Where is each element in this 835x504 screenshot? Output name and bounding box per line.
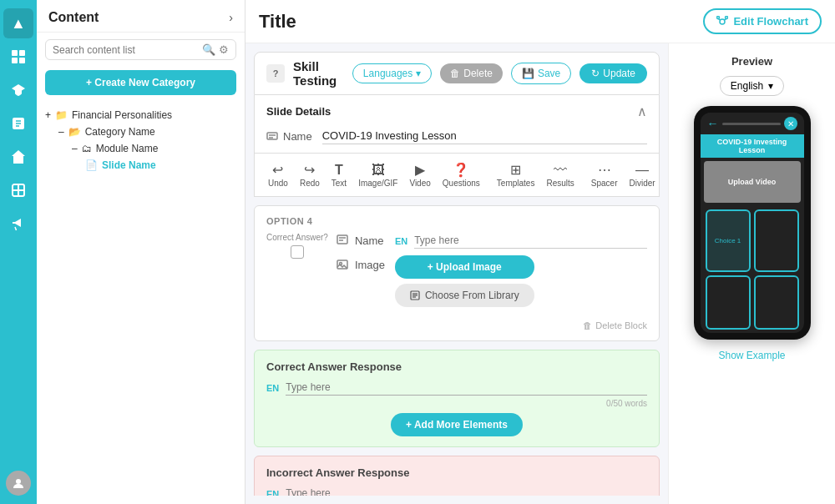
grid-icon[interactable] [3, 175, 33, 205]
language-label: English [731, 80, 763, 92]
edit-flowchart-button[interactable]: Edit Flowchart [703, 8, 822, 34]
save-button[interactable]: 💾 Save [511, 63, 571, 84]
chevron-down-icon: ▾ [768, 80, 773, 92]
choose-library-button[interactable]: Choose From Library [395, 284, 534, 307]
save-icon: 💾 [522, 68, 534, 79]
create-category-button[interactable]: + Create New Category [45, 70, 236, 95]
show-example-link[interactable]: Show Example [718, 350, 785, 361]
building-icon[interactable] [3, 142, 33, 172]
name-field-row: Name EN [337, 233, 647, 249]
text-button[interactable]: T Text [326, 159, 352, 191]
redo-button[interactable]: ↪ Redo [295, 159, 325, 191]
languages-button[interactable]: Languages ▾ [352, 63, 432, 83]
svg-rect-23 [337, 235, 347, 244]
image-field-label: Image [355, 259, 388, 271]
phone-topbar: ← ✕ [701, 113, 804, 134]
spacer-button[interactable]: ⋯ Spacer [586, 159, 623, 191]
module-icon: 🗂 [82, 143, 92, 154]
correct-response-block: Correct Answer Response EN 0/50 words + … [254, 350, 660, 447]
content-main: ? Skill Testing Languages ▾ 🗑 Delete 💾 S… [245, 43, 835, 504]
phone-choice-3 [706, 275, 751, 330]
language-selector[interactable]: English ▾ [720, 76, 784, 96]
dashboard-icon[interactable] [3, 42, 33, 72]
svg-rect-9 [13, 156, 23, 164]
slide-icon: 📄 [85, 159, 98, 171]
search-input[interactable] [53, 44, 199, 56]
tree-item-category[interactable]: – 📂 Category Name [45, 123, 236, 140]
content-tree: + 📁 Financial Personalities – 📂 Category… [37, 103, 245, 504]
delete-block[interactable]: 🗑 Delete Block [266, 320, 647, 330]
correct-answer-label: Correct Answer? [266, 233, 328, 242]
delete-button[interactable]: 🗑 Delete [440, 63, 503, 83]
svg-rect-0 [12, 50, 18, 56]
correct-response-title: Correct Answer Response [266, 360, 647, 373]
image-gif-button[interactable]: 🖼 Image/GIF [353, 159, 402, 191]
undo-button[interactable]: ↩ Undo [263, 159, 293, 191]
filter-icon[interactable]: ⚙ [219, 43, 229, 56]
divider-button[interactable]: — Divider [624, 159, 660, 191]
phone-choice-2 [754, 209, 799, 272]
svg-rect-3 [19, 58, 25, 63]
option-label: OPTION 4 [266, 216, 647, 226]
phone-dots [722, 123, 781, 125]
svg-line-19 [724, 18, 726, 20]
collapse-icon[interactable]: ∧ [637, 103, 647, 119]
preview-title: Preview [731, 55, 772, 68]
svg-rect-2 [12, 58, 18, 63]
graduation-icon[interactable] [3, 75, 33, 105]
svg-point-14 [16, 479, 21, 484]
tree-item-label: Module Name [96, 143, 159, 154]
upload-image-button[interactable]: + Upload Image [395, 255, 534, 279]
phone-choice-1: Choice 1 [706, 209, 751, 272]
correct-word-count: 0/50 words [266, 399, 647, 408]
svg-point-17 [726, 16, 728, 18]
video-button[interactable]: ▶ Video [404, 159, 435, 191]
page-title: Title [259, 11, 296, 33]
tree-item-slide[interactable]: 📄 Slide Name [45, 157, 236, 174]
image-upload-col: + Upload Image Choose From Library [395, 255, 534, 307]
tree-item-financial[interactable]: + 📁 Financial Personalities [45, 107, 236, 123]
chevron-down-icon: ▾ [416, 68, 421, 79]
incorrect-response-input-row: EN [266, 486, 647, 496]
top-header: Title Edit Flowchart [245, 0, 835, 43]
slide-details: Slide Details ∧ Name [254, 95, 660, 154]
name-label: Name [266, 130, 312, 143]
correct-answer-checkbox[interactable] [291, 245, 304, 259]
name-field-icon [337, 234, 348, 248]
correct-response-input[interactable] [286, 380, 647, 396]
skill-header: ? Skill Testing Languages ▾ 🗑 Delete 💾 S… [254, 52, 660, 95]
user-avatar[interactable] [6, 471, 31, 496]
slide-name-input[interactable] [322, 128, 647, 144]
tree-item-module[interactable]: – 🗂 Module Name [45, 140, 236, 157]
templates-button[interactable]: ⊞ Templates [492, 159, 540, 191]
update-button[interactable]: ↻ Update [579, 63, 647, 83]
editor-area: ? Skill Testing Languages ▾ 🗑 Delete 💾 S… [245, 43, 668, 504]
phone-close-btn[interactable]: ✕ [784, 117, 797, 130]
toolbar: ↩ Undo ↪ Redo T Text 🖼 Image/GIF ▶ Vi [254, 154, 660, 197]
questions-button[interactable]: ❓ Questions [438, 159, 485, 191]
phone-title-bar: COVID-19 Investing Lesson [701, 134, 804, 158]
correct-answer-col: Correct Answer? [266, 233, 328, 259]
megaphone-icon[interactable] [3, 209, 33, 239]
svg-rect-20 [267, 133, 277, 139]
correct-en-badge: EN [266, 383, 279, 393]
tree-item-label: Category Name [85, 126, 155, 138]
option-row: Correct Answer? Name EN [266, 233, 647, 314]
option-fields: Name EN Image + Upload Image [337, 233, 647, 314]
option-name-input[interactable] [414, 233, 647, 249]
search-icon[interactable]: 🔍 [202, 43, 215, 56]
book-icon[interactable] [3, 108, 33, 139]
results-button[interactable]: 〰 Results [541, 159, 579, 191]
svg-marker-10 [12, 150, 25, 156]
content-expand-icon[interactable]: › [229, 11, 233, 24]
name-field-label: Name [355, 234, 388, 247]
slide-details-header: Slide Details ∧ [266, 103, 647, 119]
folder-icon: 📂 [68, 126, 81, 138]
image-field-icon [337, 259, 348, 273]
tree-item-label: Slide Name [102, 159, 156, 171]
logo-icon[interactable]: ▲ [3, 8, 33, 38]
incorrect-response-block: Incorrect Answer Response EN 0/50 words … [254, 456, 660, 496]
incorrect-response-input[interactable] [286, 486, 647, 496]
tree-item-label: Financial Personalities [72, 109, 172, 121]
correct-add-more-button[interactable]: + Add More Elements [391, 413, 523, 436]
